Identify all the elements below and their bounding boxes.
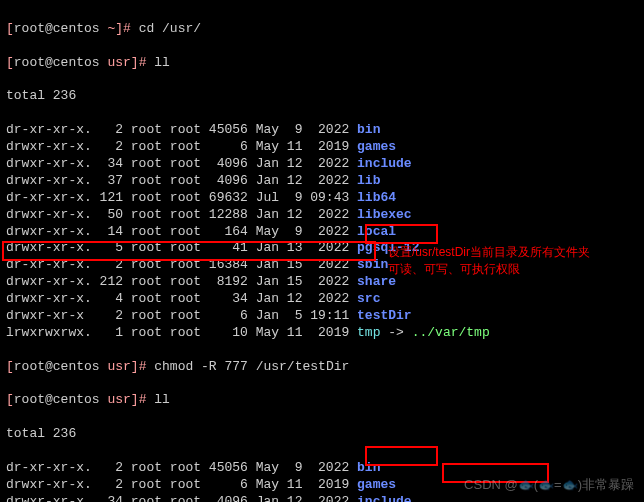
prompt-ll-1: [root@centos usr]# ll [6,55,638,72]
prompt-ll-2: [root@centos usr]# ll [6,392,638,409]
annotation-text: 设置/usr/testDir当前目录及所有文件夹 可读、可写、可执行权限 [388,244,590,278]
total-line: total 236 [6,88,638,105]
prompt-chmod: [root@centos usr]# chmod -R 777 /usr/tes… [6,359,638,376]
prompt-cd: [root@centos ~]# cd /usr/ [6,21,638,38]
list-item: drwxr-xr-x. 37 root root 4096 Jan 12 202… [6,173,638,190]
list-item: lrwxrwxrwx. 1 root root 10 May 11 2019 t… [6,325,638,342]
list-item: drwxr-xr-x. 2 root root 6 May 11 2019 ga… [6,139,638,156]
watermark: CSDN @🐟(🐟=🐟)非常暴躁 [464,477,634,494]
total-line-2: total 236 [6,426,638,443]
list-item: drwxr-xr-x. 50 root root 12288 Jan 12 20… [6,207,638,224]
list-item: dr-xr-xr-x. 2 root root 45056 May 9 2022… [6,460,638,477]
list-item: dr-xr-xr-x. 2 root root 45056 May 9 2022… [6,122,638,139]
ls-output-1: dr-xr-xr-x. 2 root root 45056 May 9 2022… [6,122,638,342]
list-item: drwxr-xr-x 2 root root 6 Jan 5 19:11 tes… [6,308,638,325]
list-item: drwxr-xr-x. 34 root root 4096 Jan 12 202… [6,494,638,502]
list-item: drwxr-xr-x. 14 root root 164 May 9 2022 … [6,224,638,241]
list-item: drwxr-xr-x. 4 root root 34 Jan 12 2022 s… [6,291,638,308]
list-item: dr-xr-xr-x. 121 root root 69632 Jul 9 09… [6,190,638,207]
list-item: drwxr-xr-x. 34 root root 4096 Jan 12 202… [6,156,638,173]
